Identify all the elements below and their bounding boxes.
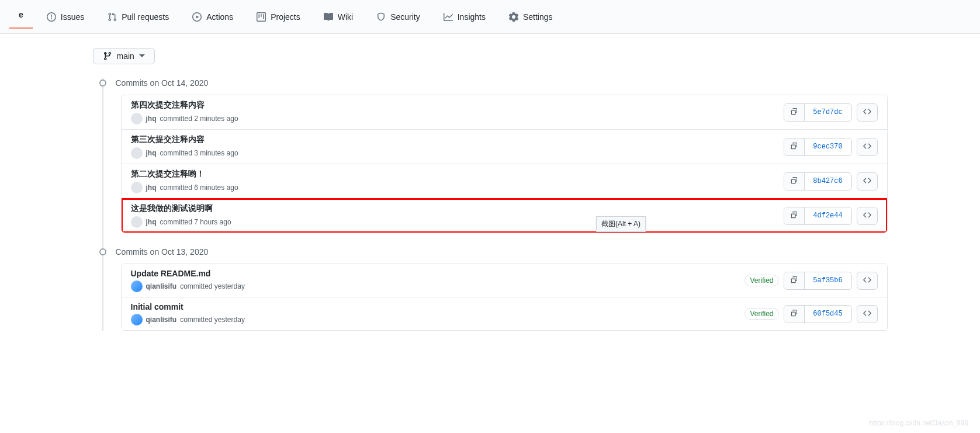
tab-wiki[interactable]: Wiki bbox=[314, 8, 362, 26]
commit-hash-link[interactable]: 5af35b6 bbox=[805, 273, 851, 288]
timeline-dot-icon bbox=[99, 248, 106, 255]
tab-wiki-label: Wiki bbox=[338, 12, 353, 22]
commit-item: Update README.mdqianlisifucommitted yest… bbox=[122, 264, 887, 297]
commit-author[interactable]: qianlisifu bbox=[146, 282, 177, 290]
avatar[interactable] bbox=[131, 182, 143, 193]
repo-tabs: e Issues Pull requests Actions Projects … bbox=[0, 0, 980, 34]
commit-title[interactable]: Initial commit bbox=[131, 302, 745, 311]
avatar[interactable] bbox=[131, 147, 143, 159]
tab-issues[interactable]: Issues bbox=[37, 8, 94, 26]
commit-actions: Verified60f5d45 bbox=[744, 305, 877, 323]
commit-details: Update README.mdqianlisifucommitted yest… bbox=[131, 269, 745, 292]
browse-code-button[interactable] bbox=[857, 172, 878, 190]
git-branch-icon bbox=[103, 51, 112, 61]
commit-list: 第四次提交注释内容jhqcommitted 2 minutes ago5e7d7… bbox=[121, 95, 888, 233]
tab-code[interactable]: e bbox=[9, 5, 33, 29]
commit-group: Commits on Oct 14, 2020第四次提交注释内容jhqcommi… bbox=[93, 78, 888, 233]
commit-title[interactable]: 第四次提交注释内容 bbox=[131, 100, 784, 110]
commit-title[interactable]: Update README.md bbox=[131, 269, 745, 278]
commit-meta: qianlisifucommitted yesterday bbox=[131, 314, 745, 325]
browse-code-button[interactable] bbox=[857, 305, 878, 323]
commit-group-title: Commits on Oct 13, 2020 bbox=[116, 247, 209, 257]
commit-author[interactable]: jhq bbox=[146, 218, 157, 226]
avatar[interactable] bbox=[131, 314, 143, 325]
copy-hash-button[interactable] bbox=[784, 104, 805, 121]
branch-selector[interactable]: main bbox=[93, 48, 155, 64]
browse-code-button[interactable] bbox=[857, 103, 878, 122]
commit-title[interactable]: 第三次提交注释内容 bbox=[131, 134, 784, 145]
commit-group-header: Commits on Oct 14, 2020 bbox=[93, 78, 888, 88]
commit-item: Initial commitqianlisifucommitted yester… bbox=[122, 297, 887, 330]
commit-author[interactable]: jhq bbox=[146, 115, 157, 123]
commit-author[interactable]: qianlisifu bbox=[146, 316, 177, 324]
commit-list: Update README.mdqianlisifucommitted yest… bbox=[121, 264, 888, 331]
clipboard-icon bbox=[790, 108, 798, 117]
commit-actions: 5e7d7dc bbox=[784, 103, 878, 122]
clipboard-icon bbox=[790, 142, 798, 152]
commit-time: committed 7 hours ago bbox=[160, 218, 231, 226]
commit-hash-group: 60f5d45 bbox=[784, 305, 852, 323]
tab-actions-label: Actions bbox=[206, 12, 233, 22]
copy-hash-button[interactable] bbox=[784, 306, 805, 323]
commit-actions: 8b427c6 bbox=[784, 172, 878, 190]
commit-meta: jhqcommitted 6 minutes ago bbox=[131, 182, 784, 193]
commit-time: committed 2 minutes ago bbox=[160, 115, 238, 123]
commit-details: 这是我做的测试说明啊jhqcommitted 7 hours ago bbox=[131, 203, 784, 228]
avatar[interactable] bbox=[131, 280, 143, 292]
browse-code-button[interactable] bbox=[857, 272, 878, 290]
tab-settings[interactable]: Settings bbox=[500, 8, 562, 26]
actions-icon bbox=[192, 12, 202, 22]
commits-container: main Commits on Oct 14, 2020第四次提交注释内容jhq… bbox=[58, 34, 923, 359]
commit-details: Initial commitqianlisifucommitted yester… bbox=[131, 302, 745, 325]
wiki-icon bbox=[324, 12, 333, 22]
projects-icon bbox=[257, 12, 266, 22]
commit-actions: Verified5af35b6 bbox=[744, 272, 877, 290]
commit-hash-link[interactable]: 5e7d7dc bbox=[805, 105, 851, 120]
commit-hash-link[interactable]: 8b427c6 bbox=[805, 174, 851, 189]
copy-hash-button[interactable] bbox=[784, 138, 805, 155]
tab-code-label: e bbox=[19, 10, 23, 19]
shield-icon bbox=[376, 12, 386, 22]
code-icon bbox=[863, 276, 871, 286]
commit-details: 第四次提交注释内容jhqcommitted 2 minutes ago bbox=[131, 100, 784, 124]
commit-actions: 4df2e44 bbox=[784, 207, 878, 225]
branch-name: main bbox=[117, 51, 134, 61]
verified-badge[interactable]: Verified bbox=[744, 275, 778, 286]
commit-hash-link[interactable]: 9cec370 bbox=[805, 139, 851, 154]
commit-details: 第二次提交注释哟！jhqcommitted 6 minutes ago bbox=[131, 169, 784, 193]
tab-insights[interactable]: Insights bbox=[434, 8, 495, 26]
copy-hash-button[interactable] bbox=[784, 207, 805, 224]
copy-hash-button[interactable] bbox=[784, 272, 805, 289]
clipboard-icon bbox=[790, 276, 798, 286]
avatar[interactable] bbox=[131, 216, 143, 228]
commit-details: 第三次提交注释内容jhqcommitted 3 minutes ago bbox=[131, 134, 784, 159]
tab-projects-label: Projects bbox=[271, 12, 300, 22]
commit-meta: jhqcommitted 7 hours ago bbox=[131, 216, 784, 228]
commit-group: Commits on Oct 13, 2020Update README.mdq… bbox=[93, 247, 888, 331]
tab-insights-label: Insights bbox=[458, 12, 486, 22]
commit-title[interactable]: 这是我做的测试说明啊 bbox=[131, 203, 784, 214]
clipboard-icon bbox=[790, 176, 798, 186]
code-icon bbox=[863, 176, 871, 186]
commit-time: committed 3 minutes ago bbox=[160, 149, 238, 157]
tab-actions[interactable]: Actions bbox=[183, 8, 243, 26]
commit-hash-group: 4df2e44 bbox=[784, 207, 852, 225]
commit-time: committed yesterday bbox=[180, 316, 245, 324]
commit-title[interactable]: 第二次提交注释哟！ bbox=[131, 169, 784, 179]
tab-pull-requests[interactable]: Pull requests bbox=[98, 8, 178, 26]
commit-author[interactable]: jhq bbox=[146, 149, 157, 157]
commit-author[interactable]: jhq bbox=[146, 183, 157, 192]
avatar[interactable] bbox=[131, 113, 143, 124]
commit-hash-link[interactable]: 60f5d45 bbox=[805, 306, 851, 321]
commit-item: 第二次提交注释哟！jhqcommitted 6 minutes ago8b427… bbox=[122, 164, 887, 199]
commit-hash-link[interactable]: 4df2e44 bbox=[805, 208, 851, 223]
copy-hash-button[interactable] bbox=[784, 173, 805, 190]
browse-code-button[interactable] bbox=[857, 207, 878, 225]
browse-code-button[interactable] bbox=[857, 138, 878, 156]
tab-security[interactable]: Security bbox=[367, 8, 430, 26]
commit-item: 第三次提交注释内容jhqcommitted 3 minutes ago9cec3… bbox=[122, 130, 887, 164]
tab-projects[interactable]: Projects bbox=[247, 8, 310, 26]
verified-badge[interactable]: Verified bbox=[744, 308, 778, 320]
graph-icon bbox=[444, 12, 453, 22]
commit-time: committed yesterday bbox=[180, 282, 245, 290]
